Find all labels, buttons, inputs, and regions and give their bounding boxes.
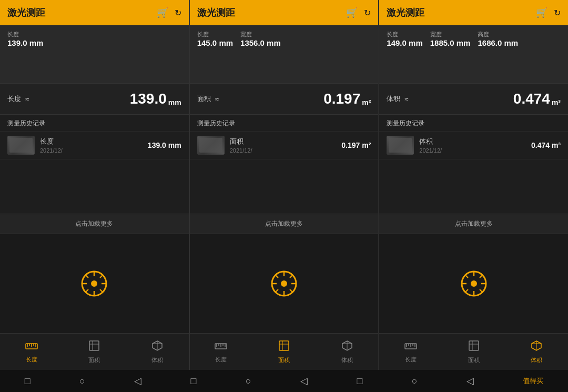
sys-square-3[interactable]: □ [346,373,373,390]
nav-icon-area-3 [468,340,480,355]
header-icons-area: 🛒 ↻ [346,7,371,18]
result-unit-length: mm [168,98,181,107]
history-info-volume: 体积 2021/12/ [419,137,526,154]
nav-item-length-2[interactable]: 长度 [190,334,253,370]
result-type-volume: 体积 [387,94,400,104]
header-icons-volume: 🛒 ↻ [536,7,561,18]
svg-line-8 [100,275,103,278]
nav-label-length: 长度 [26,356,37,364]
cart-icon-area[interactable]: 🛒 [346,7,358,18]
svg-line-50 [480,275,483,278]
measure-volume-length-value: 149.0 mm [387,38,422,47]
panel-volume: 激光测距 🛒 ↻ 长度 149.0 mm 宽度 1885.0 mm 高度 168… [379,0,568,370]
svg-line-48 [465,275,468,278]
nav-item-length-3[interactable]: 长度 [379,334,442,370]
measure-volume-height-value: 1686.0 mm [478,38,518,47]
nav-item-area-1[interactable]: 面积 [63,334,126,370]
result-unit-area: m² [362,98,371,107]
measure-area-length-value: 145.0 mm [197,38,233,47]
svg-line-29 [290,275,293,278]
measure-volume-height-label: 高度 [478,31,518,38]
svg-point-22 [281,280,287,287]
nav-label-volume-1: 体积 [151,356,163,364]
nav-icon-ruler-3 [404,340,417,354]
measure-item-length: 长度 139.0 mm [7,31,43,47]
spinner-area-volume [379,234,568,333]
nav-item-volume-1[interactable]: 体积 [126,334,189,370]
panel-area: 激光测距 🛒 ↻ 长度 145.0 mm 宽度 1356.0 mm 面积 ≈ [190,0,379,370]
svg-rect-58 [469,341,479,350]
nav-item-area-3[interactable]: 面积 [442,334,505,370]
sys-circle-1[interactable]: ○ [69,373,96,390]
nav-label-length-3: 长度 [405,356,417,364]
measure-item-area-width: 宽度 1356.0 mm [240,31,281,47]
measure-value-length: 139.0 mm [7,38,43,47]
svg-line-27 [275,275,278,278]
history-item-value-area: 0.197 m² [341,141,371,149]
history-item-area[interactable]: 面积 2021/12/ 0.197 m² [190,132,379,159]
history-date-volume: 2021/12/ [419,147,526,154]
history-date-area: 2021/12/ [230,147,337,154]
sys-back-3[interactable]: ◁ [456,372,484,390]
bottom-nav-length: 长度 面积 [0,333,189,370]
sys-back-2[interactable]: ◁ [290,372,318,390]
cart-icon-length[interactable]: 🛒 [157,7,168,18]
result-value-length: 139.0 [130,91,167,107]
sys-square-1[interactable]: □ [14,373,41,390]
svg-rect-16 [89,341,99,350]
nav-icon-area-active [278,340,290,355]
nav-item-length-active[interactable]: 长度 [0,334,63,370]
load-more-area[interactable]: 点击加载更多 [190,214,379,234]
measure-area-length-label: 长度 [197,31,233,38]
svg-rect-37 [279,341,289,350]
nav-label-volume-2: 体积 [341,356,353,364]
svg-line-7 [100,289,103,293]
spinner-icon-area [270,270,298,297]
nav-icon-area-1 [88,340,100,355]
nav-item-volume-2[interactable]: 体积 [316,334,379,370]
measure-item-volume-height: 高度 1686.0 mm [478,31,518,47]
measurement-display-area: 长度 145.0 mm 宽度 1356.0 mm [190,25,379,83]
measure-item-volume-width: 宽度 1885.0 mm [430,31,471,47]
history-item-value-volume: 0.474 m³ [531,141,561,149]
history-item-length[interactable]: 长度 2021/12/ 139.0 mm [0,132,189,159]
history-item-volume[interactable]: 体积 2021/12/ 0.474 m³ [379,132,568,159]
sys-circle-3[interactable]: ○ [401,373,428,390]
nav-item-area-active[interactable]: 面积 [252,334,316,370]
panel-length: 激光测距 🛒 ↻ 长度 139.0 mm 长度 ≈ 139.0 mm 测量历史记… [0,0,189,370]
panel-area-header: 激光测距 🛒 ↻ [190,0,379,25]
measure-label-length: 长度 [7,31,43,38]
refresh-icon-area[interactable]: ↻ [364,8,371,18]
measure-row-length: 长度 139.0 mm [7,31,181,47]
history-thumb-length [7,136,35,155]
cart-icon-volume[interactable]: 🛒 [536,7,547,18]
result-approx-length: ≈ [25,95,29,103]
sys-square-2[interactable]: □ [180,373,207,390]
measure-volume-length-label: 长度 [387,31,422,38]
measure-area-width-label: 宽度 [240,31,281,38]
load-more-volume[interactable]: 点击加载更多 [379,214,568,234]
history-title-volume: 测量历史记录 [379,115,568,132]
nav-label-area-active: 面积 [278,356,290,364]
result-unit-volume: m³ [552,98,561,107]
sys-back-1[interactable]: ◁ [124,372,152,390]
svg-line-49 [480,289,483,293]
nav-icon-volume-active [531,340,542,355]
measure-row-area: 长度 145.0 mm 宽度 1356.0 mm [197,31,371,47]
panels-container: 激光测距 🛒 ↻ 长度 139.0 mm 长度 ≈ 139.0 mm 测量历史记… [0,0,568,370]
measure-item-area-length: 长度 145.0 mm [197,31,233,47]
measure-item-volume-length: 长度 149.0 mm [387,31,422,47]
bottom-nav-area: 长度 面积 [190,333,379,370]
history-title-length: 测量历史记录 [0,115,189,132]
history-item-label-length: 长度 [40,137,143,146]
history-item-label-area: 面积 [230,137,337,146]
result-value-volume: 0.474 [513,91,550,107]
sys-circle-2[interactable]: ○ [235,373,262,390]
nav-item-volume-active[interactable]: 体积 [505,334,568,370]
refresh-icon-volume[interactable]: ↻ [554,8,561,18]
panel-length-header: 激光测距 🛒 ↻ [0,0,189,25]
load-more-length[interactable]: 点击加载更多 [0,214,189,234]
nav-label-area-3: 面积 [468,356,480,364]
refresh-icon-length[interactable]: ↻ [175,8,181,18]
header-icons-length: 🛒 ↻ [157,7,181,18]
